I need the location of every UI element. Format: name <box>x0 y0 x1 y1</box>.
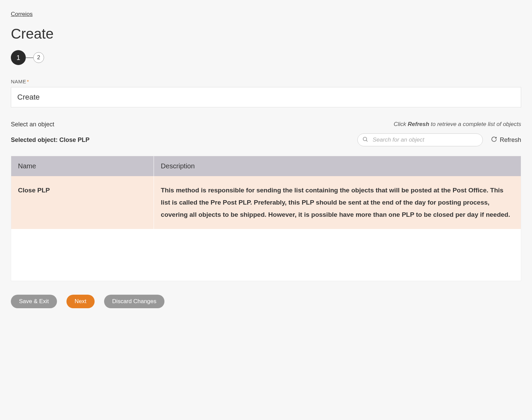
stepper: 1 2 <box>11 50 521 65</box>
search-input[interactable] <box>357 133 483 146</box>
table-header-row: Name Description <box>11 156 521 176</box>
name-label-text: NAME <box>11 79 26 84</box>
required-mark: * <box>27 79 29 84</box>
object-table: Name Description Close PLP This method i… <box>11 156 521 229</box>
breadcrumb-link[interactable]: Correios <box>11 11 33 17</box>
next-button[interactable]: Next <box>66 295 95 308</box>
search-wrap <box>357 133 483 146</box>
row-name: Close PLP <box>11 176 154 229</box>
refresh-hint: Click Refresh to retrieve a complete lis… <box>394 121 521 128</box>
svg-point-0 <box>363 137 367 141</box>
search-icon <box>362 136 368 144</box>
refresh-icon <box>491 136 497 144</box>
step-connector <box>26 58 33 58</box>
discard-changes-button[interactable]: Discard Changes <box>104 295 164 308</box>
row-description: This method is responsible for sending t… <box>154 176 521 229</box>
table-row[interactable]: Close PLP This method is responsible for… <box>11 176 521 229</box>
hint-bold: Refresh <box>408 121 429 127</box>
refresh-label: Refresh <box>500 136 521 144</box>
save-exit-button[interactable]: Save & Exit <box>11 295 57 308</box>
table-header-name[interactable]: Name <box>11 156 154 176</box>
svg-line-1 <box>366 140 367 141</box>
name-field-label: NAME* <box>11 79 521 84</box>
select-object-label: Select an object <box>11 121 54 128</box>
step-2[interactable]: 2 <box>33 52 44 63</box>
selected-value: Close PLP <box>59 136 90 143</box>
selected-object-text: Selected object: Close PLP <box>11 136 90 144</box>
page-title: Create <box>11 26 521 42</box>
hint-suffix: to retrieve a complete list of objects <box>429 121 521 127</box>
table-header-description[interactable]: Description <box>154 156 521 176</box>
step-1[interactable]: 1 <box>11 50 26 65</box>
hint-prefix: Click <box>394 121 408 127</box>
button-row: Save & Exit Next Discard Changes <box>11 295 521 308</box>
name-input[interactable] <box>11 87 521 107</box>
selected-prefix: Selected object: <box>11 136 59 143</box>
object-table-container: Name Description Close PLP This method i… <box>11 156 521 281</box>
refresh-button[interactable]: Refresh <box>491 136 521 144</box>
